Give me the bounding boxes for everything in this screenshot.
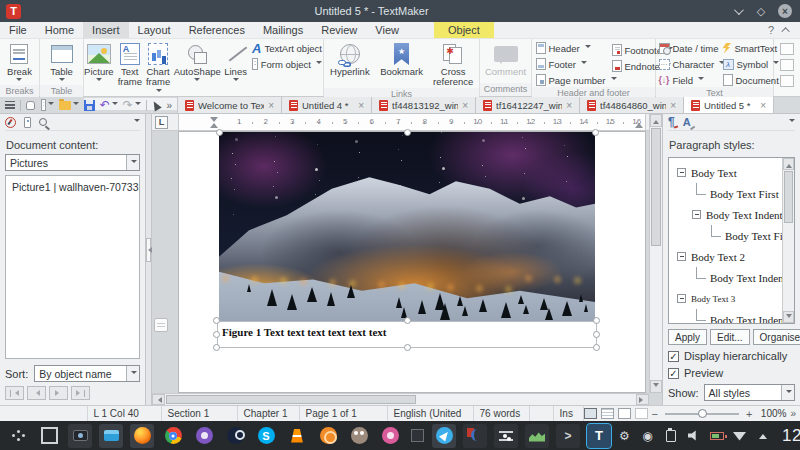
chart-frame-button[interactable]: Chart frame: [144, 41, 172, 98]
redo-icon[interactable]: ↷: [123, 99, 141, 112]
zoom-out-icon[interactable]: −: [652, 408, 658, 420]
left-indent-marker[interactable]: [210, 119, 218, 128]
collapse-icon[interactable]: [692, 210, 701, 219]
checkbox-checked-icon[interactable]: ✓: [668, 368, 679, 379]
browser-purple-icon[interactable]: [192, 424, 216, 448]
document-tab[interactable]: tf44864860_win32...×: [580, 97, 684, 113]
menu-item-home[interactable]: Home: [36, 22, 83, 38]
right-indent-marker[interactable]: [635, 119, 643, 128]
character-button[interactable]: ···Character: [659, 57, 715, 71]
tab-type-selector[interactable]: L: [155, 116, 168, 129]
discover-icon[interactable]: [432, 424, 456, 448]
menu-item-file[interactable]: File: [0, 22, 36, 38]
bookmark-button[interactable]: ★ Bookmark: [376, 41, 428, 78]
document-tab[interactable]: tf44813192_win32...×: [372, 97, 476, 113]
autoshape-button[interactable]: AutoShape: [172, 41, 222, 85]
header-button[interactable]: Header: [536, 41, 604, 55]
media-status-icon[interactable]: ◉: [640, 428, 655, 443]
menu-item-view[interactable]: View: [366, 22, 408, 38]
document-tab[interactable]: Untitled 4 *×: [282, 97, 372, 113]
textart-object-button[interactable]: A TextArt object: [252, 41, 322, 55]
chrome-icon[interactable]: [161, 424, 185, 448]
scroll-up-icon[interactable]: [783, 158, 794, 170]
navigator-icon[interactable]: [5, 117, 16, 128]
collapse-icon[interactable]: [677, 294, 686, 303]
selection-handle[interactable]: [213, 317, 220, 324]
menu-item-insert[interactable]: Insert: [83, 22, 129, 38]
panel-menu-icon[interactable]: [134, 119, 140, 125]
menu-item-review[interactable]: Review: [312, 22, 366, 38]
style-tree-item[interactable]: Body Text First Indent: [673, 183, 782, 204]
vertical-scrollbar-thumb[interactable]: [651, 128, 661, 246]
save-icon[interactable]: [84, 99, 95, 112]
zoom-slider[interactable]: [665, 413, 739, 415]
style-tree-item[interactable]: Body Text Indent: [673, 204, 782, 225]
style-tree-item[interactable]: Body Text First Indent 2: [673, 225, 782, 246]
endnote-button[interactable]: Endnote: [612, 59, 652, 73]
tab-close-icon[interactable]: ×: [268, 100, 274, 111]
scroll-right-icon[interactable]: [636, 394, 649, 405]
style-tree-item[interactable]: Body Text Indent 3: [673, 309, 782, 324]
gimp-icon[interactable]: [347, 424, 371, 448]
page-number-button[interactable]: Page number: [536, 73, 604, 87]
collapse-icon[interactable]: [677, 168, 686, 177]
maximize-button[interactable]: ◇: [752, 3, 770, 19]
pdf-viewer-icon[interactable]: [463, 424, 487, 448]
tab-close-icon[interactable]: ×: [760, 100, 766, 111]
first-object-button[interactable]: [5, 386, 24, 400]
scroll-up-icon[interactable]: [650, 114, 662, 127]
document-tab[interactable]: Untitled 5 *×: [684, 97, 774, 113]
selection-handle[interactable]: [216, 129, 223, 136]
style-tree-item[interactable]: Body Text Indent 2: [673, 267, 782, 288]
style-tree-item[interactable]: Body Text: [673, 162, 782, 183]
zoom-level[interactable]: 100%: [756, 408, 786, 419]
toolbar-overflow-icon[interactable]: »: [166, 100, 172, 111]
status-segment[interactable]: Page 1 of 1: [300, 406, 388, 421]
object-list[interactable]: Picture1 | wallhaven-70733.jpg: [5, 175, 140, 359]
preview-option[interactable]: ✓ Preview: [668, 367, 795, 379]
style-tree-item[interactable]: Body Text 2: [673, 246, 782, 267]
form-object-button[interactable]: Form object: [252, 57, 322, 71]
view-web-icon[interactable]: [601, 408, 614, 419]
help-button[interactable]: ?: [768, 24, 774, 36]
style-tree-item[interactable]: Body Text 3: [673, 288, 782, 309]
tab-close-icon[interactable]: ×: [462, 100, 468, 111]
tab-close-icon[interactable]: ×: [566, 100, 572, 111]
organise-button[interactable]: Organise: [753, 329, 800, 345]
checkbox-checked-icon[interactable]: ✓: [668, 351, 679, 362]
selection-handle[interactable]: [213, 331, 220, 338]
status-segment[interactable]: Section 1: [162, 406, 238, 421]
horizontal-scrollbar-thumb[interactable]: [166, 395, 416, 404]
edit-button[interactable]: Edit...: [710, 329, 750, 345]
next-object-button[interactable]: [49, 386, 68, 400]
status-segment[interactable]: Chapter 1: [238, 406, 300, 421]
list-item[interactable]: Picture1 | wallhaven-70733.jpg: [6, 179, 139, 195]
smarttext-button[interactable]: SmartText: [723, 41, 771, 55]
picture-button[interactable]: Picture: [82, 41, 116, 85]
notifications-icon[interactable]: ⚙: [617, 428, 632, 443]
firefox-icon[interactable]: [130, 424, 154, 448]
textmaker-icon[interactable]: T: [587, 424, 611, 448]
open-icon[interactable]: [59, 99, 79, 112]
selection-handle[interactable]: [404, 317, 411, 324]
media-pink-icon[interactable]: [378, 424, 402, 448]
style-tree[interactable]: Body TextBody Text First IndentBody Text…: [669, 158, 782, 323]
view-fullscreen-icon[interactable]: [618, 408, 631, 419]
tree-scrollbar-thumb[interactable]: [784, 171, 793, 223]
search-panel-icon[interactable]: [39, 118, 47, 126]
text-frame-button[interactable]: Text frame: [116, 41, 144, 88]
collapse-ribbon-icon[interactable]: [781, 27, 789, 35]
comment-button[interactable]: Comment: [483, 41, 528, 78]
table-button[interactable]: Table: [48, 41, 75, 85]
selection-handle[interactable]: [404, 129, 411, 136]
new-document-icon[interactable]: [41, 99, 54, 112]
horizontal-scrollbar[interactable]: [152, 393, 649, 405]
apply-button[interactable]: Apply: [668, 329, 707, 345]
network-icon[interactable]: [732, 428, 747, 443]
menu-item-object[interactable]: Object: [434, 22, 494, 38]
symbol-button[interactable]: λSymbol: [723, 57, 771, 71]
sidebar-splitter[interactable]: [145, 114, 152, 405]
close-button[interactable]: ×: [776, 3, 794, 19]
status-segment[interactable]: L 1 Col 40: [88, 406, 162, 421]
tray-expand-icon[interactable]: [755, 428, 770, 443]
